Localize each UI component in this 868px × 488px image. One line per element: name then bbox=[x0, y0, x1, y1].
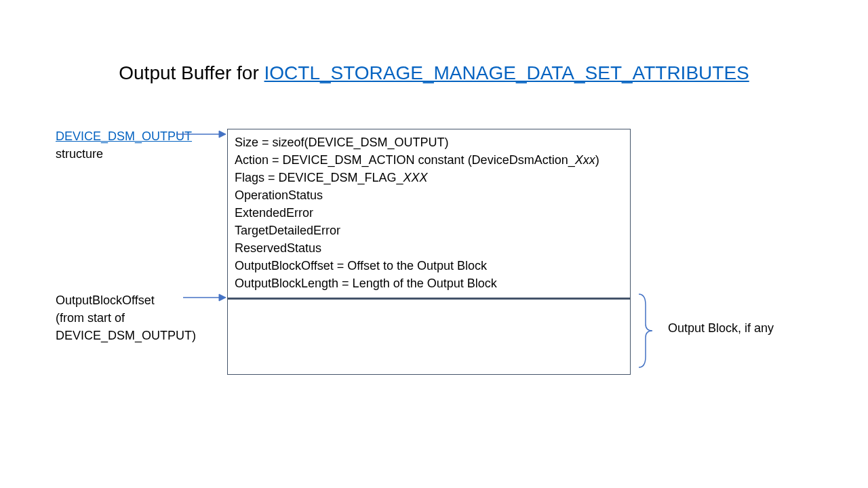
box-bottom-empty bbox=[228, 300, 630, 374]
offset-line1: OutputBlockOffset bbox=[56, 293, 155, 307]
svg-marker-1 bbox=[219, 131, 226, 138]
field-exterr: ExtendedError bbox=[235, 204, 623, 222]
box-top-fields: Size = sizeof(DEVICE_DSM_OUTPUT) Action … bbox=[228, 129, 630, 300]
field-action: Action = DEVICE_DSM_ACTION constant (Dev… bbox=[235, 151, 623, 169]
field-targeterr: TargetDetailedError bbox=[235, 222, 623, 239]
field-size: Size = sizeof(DEVICE_DSM_OUTPUT) bbox=[235, 134, 623, 151]
offset-line3: DEVICE_DSM_OUTPUT) bbox=[56, 329, 196, 342]
structure-text: structure bbox=[56, 147, 103, 161]
offset-line2: (from start of bbox=[56, 311, 125, 325]
arrow-to-box-top bbox=[176, 129, 227, 139]
field-reserved: ReservedStatus bbox=[235, 239, 623, 257]
field-outoffset: OutputBlockOffset = Offset to the Output… bbox=[235, 257, 623, 274]
field-outlength: OutputBlockLength = Length of the Output… bbox=[235, 274, 623, 292]
field-opstatus: OperationStatus bbox=[235, 186, 623, 204]
page-title: Output Buffer for IOCTL_STORAGE_MANAGE_D… bbox=[0, 62, 868, 84]
field-flags: Flags = DEVICE_DSM_FLAG_XXX bbox=[235, 169, 623, 186]
output-buffer-box: Size = sizeof(DEVICE_DSM_OUTPUT) Action … bbox=[227, 129, 631, 375]
title-link[interactable]: IOCTL_STORAGE_MANAGE_DATA_SET_ATTRIBUTES bbox=[264, 62, 749, 83]
device-dsm-output-link[interactable]: DEVICE_DSM_OUTPUT bbox=[56, 129, 192, 143]
left-label-structure: DEVICE_DSM_OUTPUT structure bbox=[56, 127, 192, 163]
left-label-offset: OutputBlockOffset (from start of DEVICE_… bbox=[56, 291, 196, 344]
curly-brace-icon bbox=[636, 291, 656, 370]
output-block-label: Output Block, if any bbox=[668, 321, 774, 336]
title-prefix: Output Buffer for bbox=[119, 62, 264, 83]
svg-marker-3 bbox=[219, 294, 226, 301]
arrow-to-box-middle bbox=[183, 293, 227, 302]
